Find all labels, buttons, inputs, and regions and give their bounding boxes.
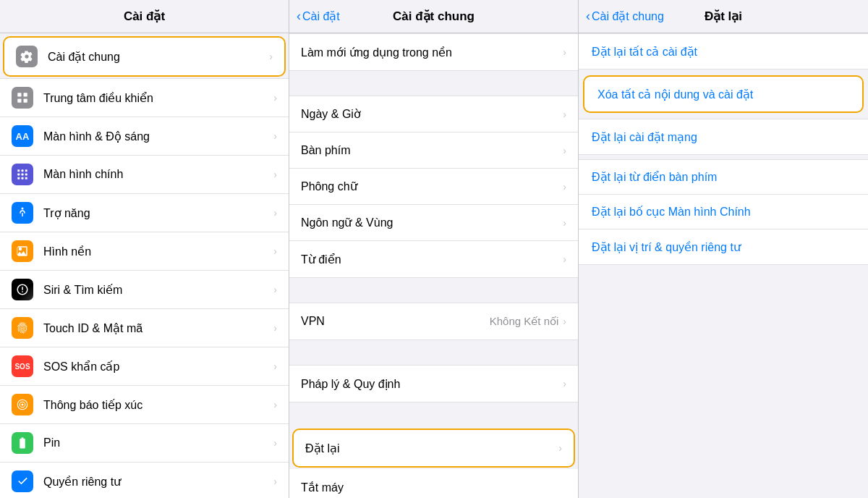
sos-icon: SOS: [12, 355, 33, 377]
svg-point-13: [22, 208, 24, 210]
list-item-ban-phim[interactable]: Bàn phím ›: [289, 132, 578, 169]
col3-sep1: [579, 69, 868, 74]
list-item-man-hinh-do-sang[interactable]: AA Màn hình & Độ sáng ›: [0, 117, 289, 156]
col2-scroll: Làm mới ứng dụng trong nền › Ngày & Giờ …: [289, 33, 578, 498]
svg-rect-6: [25, 169, 27, 172]
col3-header: ‹ Cài đặt chung Đặt lại: [579, 0, 868, 33]
list-item-man-hinh-chinh[interactable]: Màn hình chính ›: [0, 156, 289, 194]
item-label-thong-bao: Thông báo tiếp xúc: [43, 398, 273, 412]
item-label-man-hinh-do-sang: Màn hình & Độ sáng: [43, 130, 273, 143]
col2-section-1: Làm mới ứng dụng trong nền ›: [289, 33, 578, 71]
list-item-hinh-nen[interactable]: Hình nền ›: [0, 232, 289, 271]
col2-section-2: Ngày & Giờ › Bàn phím › Phông chữ › Ngôn…: [289, 96, 578, 278]
col3-section-3: Đặt lại cài đặt mạng: [579, 119, 868, 155]
wallpaper-icon: [12, 240, 33, 262]
list-item-tro-nang[interactable]: Trợ năng ›: [0, 194, 289, 232]
list-item-dat-lai-vi-tri[interactable]: Đặt lại vị trí & quyền riêng tư: [579, 229, 868, 264]
col3-back-label: Cài đặt chung: [592, 9, 664, 23]
col1-section-1: Trung tâm điều khiển › AA Màn hình & Độ …: [0, 78, 289, 498]
col2-sep3: [289, 340, 578, 365]
list-item-phong-chu[interactable]: Phông chữ ›: [289, 169, 578, 205]
item-label-dat-lai-vi-tri: Đặt lại vị trí & quyền riêng tư: [592, 240, 855, 254]
item-label-cai-dat-chung: Cài đặt chung: [48, 50, 269, 64]
home-icon: [12, 164, 33, 185]
reset-column: ‹ Cài đặt chung Đặt lại Đặt lại tất cả c…: [579, 0, 868, 498]
item-label-xoa-tat-ca: Xóa tất cả nội dung và cài đặt: [597, 88, 849, 101]
controls-icon: [12, 87, 33, 109]
item-label-quyen-rieng-tu: Quyền riêng tư: [43, 475, 273, 489]
chevron-icon: ›: [563, 378, 566, 389]
chevron-icon: ›: [563, 145, 566, 156]
list-item-xoa-tat-ca[interactable]: Xóa tất cả nội dung và cài đặt: [584, 77, 862, 111]
settings-column: Cài đặt Cài đặt chung › Trung tâm điều k…: [0, 0, 289, 498]
accessibility-icon: [12, 202, 33, 224]
item-label-ban-phim: Bàn phím: [301, 144, 563, 157]
list-item-dat-lai-mang[interactable]: Đặt lại cài đặt mạng: [579, 119, 868, 154]
list-item-tu-dien[interactable]: Từ điển ›: [289, 241, 578, 277]
list-item-lam-moi[interactable]: Làm mới ứng dụng trong nền ›: [289, 34, 578, 70]
chevron-icon: ›: [273, 169, 277, 180]
list-item-dat-lai[interactable]: Đặt lại ›: [294, 430, 574, 466]
chevron-icon: ›: [563, 46, 566, 58]
item-label-trung-tam: Trung tâm điều khiển: [43, 91, 273, 105]
svg-rect-0: [17, 93, 21, 96]
battery-icon: [12, 432, 33, 454]
svg-rect-8: [22, 174, 24, 176]
siri-icon: [12, 279, 33, 300]
chevron-icon: ›: [563, 253, 566, 265]
list-item-dat-lai-ban-phim[interactable]: Đặt lại từ điển bàn phím: [579, 160, 868, 195]
list-item-cai-dat-chung[interactable]: Cài đặt chung ›: [4, 38, 284, 75]
svg-rect-2: [17, 99, 21, 103]
chevron-icon: ›: [563, 217, 566, 229]
list-item-tat-may[interactable]: Tắt máy: [289, 469, 578, 498]
item-label-vpn: VPN: [301, 315, 490, 328]
chevron-icon: ›: [273, 399, 277, 410]
item-label-lam-moi: Làm mới ứng dụng trong nền: [301, 46, 563, 59]
item-label-dat-lai-ban-phim: Đặt lại từ điển bàn phím: [592, 170, 855, 184]
item-label-siri: Siri & Tìm kiếm: [43, 283, 273, 297]
chevron-icon: ›: [558, 442, 562, 454]
col2-sep2: [289, 278, 578, 303]
list-item-trung-tam[interactable]: Trung tâm điều khiển ›: [0, 79, 289, 117]
item-label-tu-dien: Từ điển: [301, 253, 563, 266]
list-item-quyen-rieng-tu[interactable]: Quyền riêng tư ›: [0, 463, 289, 498]
list-item-pin[interactable]: Pin ›: [0, 424, 289, 463]
svg-rect-5: [22, 169, 24, 172]
col2-back-button[interactable]: ‹ Cài đặt: [297, 9, 340, 24]
list-item-phap-ly[interactable]: Pháp lý & Quy định ›: [289, 366, 578, 402]
item-label-hinh-nen: Hình nền: [43, 245, 273, 258]
chevron-icon: ›: [273, 437, 277, 449]
general-settings-column: ‹ Cài đặt Cài đặt chung Làm mới ứng dụng…: [289, 0, 579, 498]
list-item-ngon-ngu-vung[interactable]: Ngôn ngữ & Vùng ›: [289, 205, 578, 241]
list-item-ngay-gio[interactable]: Ngày & Giờ ›: [289, 96, 578, 132]
col2-title: Cài đặt chung: [393, 9, 475, 24]
col2-section-5: Tắt máy: [289, 469, 578, 498]
col1-header: Cài đặt: [0, 0, 289, 33]
chevron-icon: ›: [269, 51, 273, 62]
chevron-icon: ›: [273, 322, 277, 334]
list-item-vpn[interactable]: VPN Không Kết nối ›: [289, 303, 578, 339]
privacy-icon: [12, 470, 33, 492]
vpn-value: Không Kết nối: [490, 315, 559, 328]
col3-back-button[interactable]: ‹ Cài đặt chung: [586, 9, 664, 24]
svg-rect-9: [25, 174, 27, 176]
list-item-touch-id[interactable]: Touch ID & Mật mã ›: [0, 309, 289, 347]
gear-icon: [16, 46, 38, 67]
item-label-man-hinh-chinh: Màn hình chính: [43, 168, 273, 181]
list-item-thong-bao[interactable]: Thông báo tiếp xúc ›: [0, 386, 289, 424]
svg-rect-3: [24, 99, 27, 103]
svg-point-15: [22, 404, 24, 406]
col3-scroll: Đặt lại tất cả cài đặt Xóa tất cả nội du…: [579, 33, 868, 498]
item-label-dat-lai-bo-cuc: Đặt lại bố cục Màn hình Chính: [592, 205, 855, 219]
list-item-dat-lai-tat-ca[interactable]: Đặt lại tất cả cài đặt: [579, 34, 868, 69]
svg-rect-1: [24, 93, 27, 96]
contact-tracing-icon: [12, 394, 33, 415]
list-item-dat-lai-bo-cuc[interactable]: Đặt lại bố cục Màn hình Chính: [579, 195, 868, 229]
chevron-icon: ›: [563, 109, 566, 120]
list-item-siri[interactable]: Siri & Tìm kiếm ›: [0, 271, 289, 309]
col2-section-3: VPN Không Kết nối ›: [289, 303, 578, 340]
list-item-sos[interactable]: SOS SOS khẩn cấp ›: [0, 347, 289, 386]
col2-back-label: Cài đặt: [302, 9, 340, 23]
col1-title: Cài đặt: [124, 9, 165, 24]
chevron-icon: ›: [273, 207, 277, 219]
